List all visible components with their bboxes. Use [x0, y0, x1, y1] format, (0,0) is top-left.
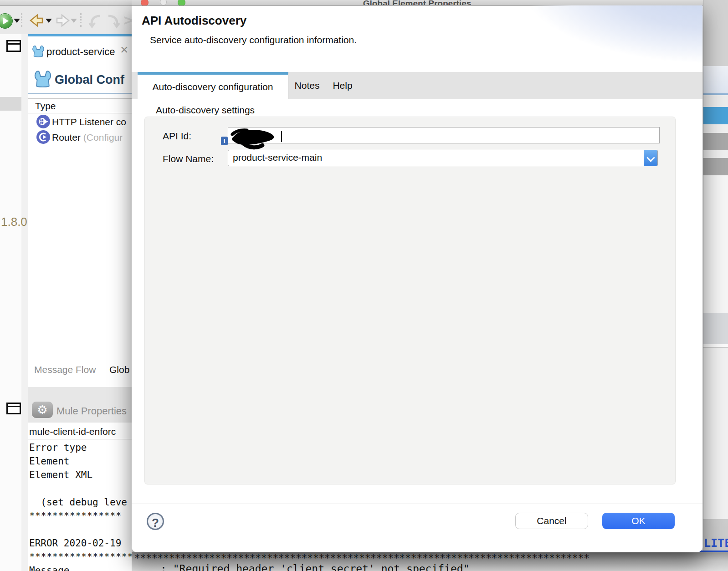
tab-label: Notes [295, 80, 320, 91]
header-decoration [507, 5, 702, 72]
restore-view-icon[interactable] [6, 403, 21, 414]
type-column-header: Type [35, 101, 56, 112]
close-icon[interactable]: × [120, 42, 128, 57]
canvas-heading: Global Conf [55, 73, 124, 87]
palette-item[interactable] [703, 133, 728, 150]
info-icon[interactable]: i [221, 137, 228, 145]
tab-autodiscovery-configuration[interactable]: Auto-discovery configuration [138, 72, 288, 99]
palette-strip [703, 0, 728, 571]
row-label: Router (Configur [52, 132, 123, 143]
properties-tab-bar: ⚙ Mule Properties [28, 387, 132, 423]
question-mark-icon: ? [152, 516, 159, 530]
run-dropdown-icon[interactable] [14, 19, 20, 23]
tab-label: Help [333, 80, 352, 91]
undo-icon[interactable] [87, 12, 103, 29]
ok-label: OK [631, 515, 645, 526]
flow-name-combo[interactable]: product-service-main [228, 150, 658, 166]
tab-message-flow[interactable]: Message Flow [34, 364, 96, 375]
router-icon [36, 130, 50, 144]
help-button[interactable]: ? [147, 513, 164, 530]
palette-segment [703, 0, 728, 66]
redaction-scribble [230, 128, 284, 151]
mule-icon [34, 70, 52, 88]
heading-divider [28, 93, 132, 94]
api-id-input[interactable] [228, 127, 660, 143]
left-gap [21, 34, 28, 571]
palette-segment [703, 95, 728, 107]
back-dropdown-icon[interactable] [46, 19, 52, 23]
palette-item[interactable] [703, 158, 728, 175]
flow-name-value: product-service-main [233, 152, 322, 163]
cancel-label: Cancel [537, 515, 566, 526]
divider [28, 113, 132, 113]
palette-segment [703, 150, 728, 158]
console-line: ERROR 2020-02-19 [29, 536, 121, 550]
console-line: Message [29, 564, 70, 571]
tab-global-elements[interactable]: Glob [109, 364, 129, 375]
palette-item[interactable] [703, 313, 728, 344]
row-name: Router [52, 132, 81, 143]
clipped-toolbar-icon: > [123, 11, 133, 29]
ide-toolbar: > [0, 6, 132, 34]
back-arrow-icon[interactable] [27, 13, 44, 28]
dialog-tabstrip: Auto-discovery configuration Notes Help [132, 72, 702, 99]
chevron-down-icon[interactable] [644, 150, 657, 166]
row-label: HTTP Listener co [52, 117, 126, 127]
palette-segment [703, 348, 728, 519]
console-line: **************** [29, 509, 121, 523]
toolbar-separator [21, 13, 22, 27]
settings-group-label: Auto-discovery settings [156, 105, 255, 116]
editor-canvas: Global Conf Type HTTP Listener co Router… [28, 65, 132, 387]
screen: > 1.8.0 product-service × Global Conf Ty… [0, 0, 728, 571]
palette-segment [703, 175, 728, 313]
dialog-heading: API Autodiscovery [142, 14, 246, 28]
tab-mule-properties[interactable]: Mule Properties [56, 405, 127, 417]
palette-segment [703, 66, 728, 93]
footer-separator [132, 504, 702, 504]
tab-notes[interactable]: Notes [292, 72, 322, 99]
mule-icon [32, 44, 45, 59]
zoom-traffic-light[interactable] [178, 0, 185, 6]
divider [28, 98, 132, 99]
properties-row-label[interactable]: mule-client-id-enforc [29, 426, 116, 437]
ok-button[interactable]: OK [602, 513, 675, 529]
forward-arrow-icon[interactable] [56, 13, 72, 28]
tab-help[interactable]: Help [332, 72, 354, 99]
editor-tab-label: product-service [46, 46, 115, 58]
tab-label: Auto-discovery configuration [153, 82, 273, 92]
console-asterisk-row: ****************************************… [134, 554, 590, 563]
left-minimized-strip [0, 34, 21, 571]
console-line: Error type [29, 441, 87, 454]
global-element-properties-dialog: Global Element Properties API Autodiscov… [132, 0, 702, 552]
left-strip-divider [0, 97, 21, 111]
console-error-message: : "Required header 'client_secret' not s… [160, 563, 470, 571]
console-line: Element XML [29, 468, 92, 482]
forward-dropdown-icon[interactable] [71, 19, 77, 23]
palette-item-selected[interactable] [703, 107, 728, 124]
toolbar-separator [80, 13, 82, 27]
flow-name-label: Flow Name: [163, 153, 214, 164]
close-traffic-light[interactable] [141, 0, 149, 6]
dialog-subtitle: Service auto-discovery configuration inf… [150, 35, 357, 46]
version-label: 1.8.0 [1, 215, 27, 229]
info-glyph: i [224, 138, 226, 144]
palette-divider [703, 344, 728, 348]
gear-icon: ⚙ [32, 402, 53, 418]
divider [28, 439, 132, 439]
console-line: (set debug leve [29, 495, 127, 509]
console-line: ******************* [29, 550, 138, 564]
restore-view-icon[interactable] [6, 40, 21, 52]
palette-segment [703, 124, 728, 133]
api-id-label: API Id: [163, 131, 191, 142]
cancel-button[interactable]: Cancel [515, 513, 588, 529]
redo-icon[interactable] [106, 12, 122, 29]
http-listener-icon [36, 115, 50, 128]
row-suffix: (Configur [81, 132, 123, 143]
run-icon [0, 13, 13, 29]
console-line: Element [29, 454, 70, 468]
settings-group-panel [144, 117, 676, 484]
editor-tab-product-service[interactable]: product-service × [28, 34, 132, 67]
gear-glyph: ⚙ [37, 403, 47, 417]
dialog-title: Global Element Properties [132, 0, 702, 5]
